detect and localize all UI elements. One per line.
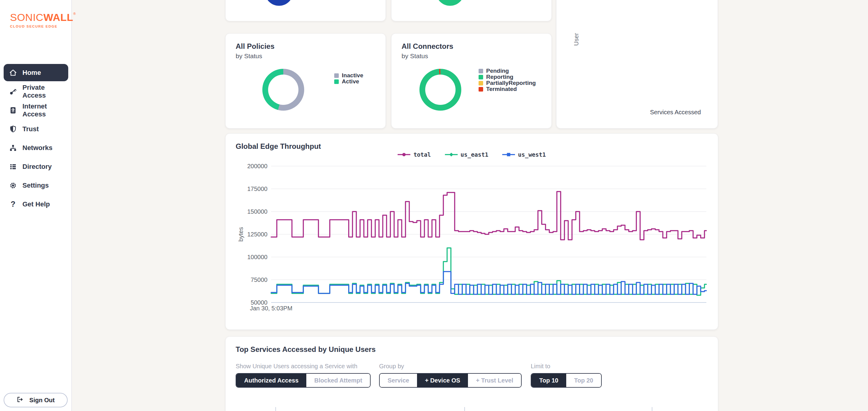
sign-out-icon xyxy=(17,396,23,404)
gear-icon xyxy=(9,182,17,189)
legend-item-active: Active xyxy=(334,78,363,85)
sidebar-nav: HomePrivate AccessInternet AccessTrustNe… xyxy=(4,64,68,214)
sidebar-item-settings[interactable]: Settings xyxy=(4,177,68,194)
sidebar-item-label: Get Help xyxy=(23,200,50,208)
sidebar-item-home[interactable]: Home xyxy=(4,64,68,81)
sidebar-item-label: Private Access xyxy=(23,84,68,99)
sonicwall-logo: SONICWALL® CLOUD SECURE EDGE xyxy=(10,12,76,29)
filter-option-service[interactable]: Service xyxy=(380,374,417,387)
legend-item-partiallyreporting: PartiallyReporting xyxy=(478,80,536,86)
y-axis-label: User xyxy=(573,33,580,46)
legend-swatch-icon xyxy=(478,75,483,80)
legend-label: Active xyxy=(342,78,359,85)
svg-text:75000: 75000 xyxy=(250,277,268,283)
throughput-line-chart: 5000075000100000125000150000175000200000… xyxy=(226,134,718,330)
directory-icon xyxy=(9,163,17,171)
legend-label: Reporting xyxy=(486,74,514,80)
sidebar-item-label: Networks xyxy=(23,144,53,152)
sidebar-item-label: Directory xyxy=(23,163,52,171)
status-card-cutoff-left xyxy=(225,0,386,21)
legend-label: Pending xyxy=(486,68,509,74)
sidebar-item-label: Internet Access xyxy=(23,102,68,118)
sidebar-item-label: Settings xyxy=(23,182,49,189)
svg-text:125000: 125000 xyxy=(247,231,268,238)
card-title: All Connectors xyxy=(402,42,454,51)
policies-legend: InactiveActive xyxy=(334,72,363,85)
filter-option-blocked-attempt[interactable]: Blocked Attempt xyxy=(306,374,370,387)
top-services-card: Top Services Accessed by Unique Users Sh… xyxy=(225,337,718,411)
sidebar-item-trust[interactable]: Trust xyxy=(4,120,68,137)
connectors-legend: PendingReportingPartiallyReportingTermin… xyxy=(478,68,536,92)
policies-donut-chart xyxy=(262,69,304,110)
status-card-cutoff-middle xyxy=(391,0,552,21)
donut-hole xyxy=(268,74,299,105)
sidebar-item-networks[interactable]: Networks xyxy=(4,139,68,156)
filter-option-trust-level[interactable]: + Trust Level xyxy=(468,374,521,387)
sign-out-button[interactable]: Sign Out xyxy=(4,393,68,407)
filter-option-authorized-access[interactable]: Authorized Access xyxy=(236,374,306,387)
connectors-donut-chart xyxy=(420,69,461,110)
donut-hole xyxy=(425,74,456,105)
legend-swatch-icon xyxy=(478,69,483,73)
filter-label: Limit to xyxy=(531,363,550,370)
filter-option-top-20[interactable]: Top 20 xyxy=(566,374,601,387)
donut-chart-blue xyxy=(265,0,293,6)
legend-label: Inactive xyxy=(342,72,363,79)
card-subtitle: by Status xyxy=(402,53,428,60)
question-icon: ? xyxy=(9,200,17,208)
legend-swatch-icon xyxy=(478,81,483,86)
svg-text:Jan 30, 5:03PM: Jan 30, 5:03PM xyxy=(250,305,292,312)
passport-icon xyxy=(9,106,17,114)
filter-label: Group by xyxy=(379,363,404,370)
legend-item-terminated: Terminated xyxy=(478,86,536,92)
sidebar-item-label: Trust xyxy=(23,125,39,133)
legend-label: Terminated xyxy=(486,86,517,92)
svg-text:bytes: bytes xyxy=(238,227,244,242)
filter-option-top-10[interactable]: Top 10 xyxy=(531,374,566,387)
donut-chart-green xyxy=(436,0,464,6)
legend-swatch-icon xyxy=(334,73,339,78)
filter-option-device-os[interactable]: + Device OS xyxy=(417,374,468,387)
gridline xyxy=(464,407,465,411)
sidebar-item-directory[interactable]: Directory xyxy=(4,158,68,175)
legend-swatch-icon xyxy=(334,80,339,84)
network-icon xyxy=(9,144,17,152)
sidebar-item-internet-access[interactable]: Internet Access xyxy=(4,101,68,119)
sidebar: SONICWALL® CLOUD SECURE EDGE HomePrivate… xyxy=(0,0,72,411)
all-policies-card: All Policies by Status InactiveActive xyxy=(225,33,386,128)
trademark-mark: ® xyxy=(73,12,76,15)
legend-item-inactive: Inactive xyxy=(334,72,363,78)
gridline xyxy=(652,407,652,411)
sign-out-label: Sign Out xyxy=(29,397,55,404)
legend-item-pending: Pending xyxy=(478,68,536,74)
all-connectors-card: All Connectors by Status PendingReportin… xyxy=(391,33,552,128)
card-subtitle: by Status xyxy=(236,53,262,60)
legend-label: PartiallyReporting xyxy=(486,80,536,86)
filter-label: Show Unique Users accessing a Service wi… xyxy=(236,363,357,370)
key-icon xyxy=(9,88,17,95)
home-icon xyxy=(9,69,17,77)
filter-group-2: Top 10Top 20 xyxy=(531,373,602,388)
legend-swatch-icon xyxy=(478,87,483,92)
svg-text:100000: 100000 xyxy=(247,254,268,260)
svg-text:175000: 175000 xyxy=(247,186,268,192)
sidebar-item-label: Home xyxy=(23,69,41,77)
brand-wordmark: SONICWALL® xyxy=(10,12,76,23)
shield-icon xyxy=(9,125,17,133)
global-edge-throughput-card: Global Edge Throughput totalus_east1us_w… xyxy=(225,133,718,330)
x-axis-label: Services Accessed xyxy=(650,109,701,116)
sidebar-item-get-help[interactable]: ?Get Help xyxy=(4,195,68,213)
section-title: Top Services Accessed by Unique Users xyxy=(236,345,376,354)
svg-text:200000: 200000 xyxy=(247,163,268,169)
sidebar-item-private-access[interactable]: Private Access xyxy=(4,83,68,100)
card-title: All Policies xyxy=(236,42,275,51)
brand-subtitle: CLOUD SECURE EDGE xyxy=(10,25,76,29)
filter-group-1: Service+ Device OS+ Trust Level xyxy=(379,373,522,388)
gridline xyxy=(275,407,276,411)
legend-item-reporting: Reporting xyxy=(478,74,536,80)
top-services-users-chart-card: User Services Accessed xyxy=(556,0,718,128)
svg-text:150000: 150000 xyxy=(247,208,268,215)
filter-group-0: Authorized AccessBlocked Attempt xyxy=(236,373,371,388)
